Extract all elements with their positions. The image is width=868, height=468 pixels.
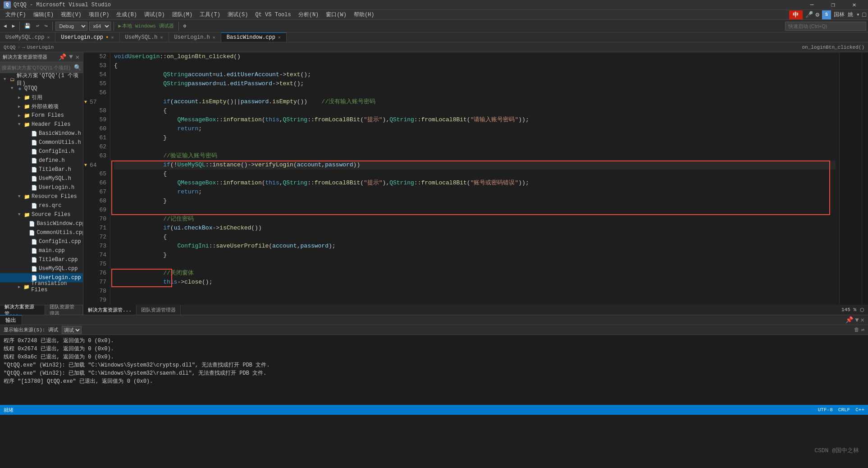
chevron-icon: ▼ [18, 194, 23, 199]
menu-window[interactable]: 窗口(W) [322, 10, 350, 19]
tree-usemysql-cpp[interactable]: 📄 UseMySQL.cpp [0, 264, 83, 273]
bottom-menu-icon[interactable]: ▼ [855, 317, 859, 324]
menu-view[interactable]: 视图(V) [57, 10, 85, 19]
output-tab[interactable]: 输出 [0, 315, 22, 325]
code-line-69 [114, 206, 836, 215]
zoom-adjust-icon[interactable]: ⬡ [860, 307, 864, 313]
line-68: 68 [83, 197, 110, 206]
line-52: 52 [83, 52, 110, 61]
run-button[interactable]: ▶ 本地 Windows 调试器 [117, 21, 176, 31]
tree-resource-files[interactable]: ▼ 📁 Resource Files [0, 192, 83, 201]
tree-commonutils-h[interactable]: 📄 CommonUtils.h [0, 138, 83, 147]
editor-area: 52 53 54 55 56 ▼ 57 58 59 60 61 62 63 ▼ … [83, 52, 868, 315]
toolbar-extra[interactable]: ⚙ [182, 21, 188, 31]
h-file-icon: 📄 [31, 175, 38, 182]
tree-titlebar-cpp[interactable]: 📄 TitleBar.cpp [0, 255, 83, 264]
bottom-pin-icon[interactable]: 📌 [845, 316, 853, 324]
toolbar-undo[interactable]: ↩ [34, 21, 41, 31]
code-line-61: } [114, 133, 836, 142]
toolbar-back[interactable]: ◀ [2, 21, 9, 31]
menu-tools[interactable]: 工具(T) [196, 10, 224, 19]
tree-label: ConfigIni.h [39, 148, 74, 155]
bottom-close-icon[interactable]: ✕ [861, 316, 864, 324]
tree-form-files[interactable]: ▶ 📁 Form Files [0, 111, 83, 120]
spacer [25, 221, 27, 226]
tree-usemysql-h[interactable]: 📄 UseMySQL.h [0, 174, 83, 183]
folder-icon: 📁 [23, 193, 31, 200]
tree-define-h[interactable]: 📄 define.h [0, 156, 83, 165]
tree-commonutils-cpp[interactable]: 📄 CommonUtils.cpp [0, 228, 83, 237]
tab-close-icon[interactable]: ✕ [111, 35, 114, 40]
restore-button[interactable]: ❐ [823, 0, 843, 10]
tab-userlogin-h[interactable]: UserLogin.h ✕ [169, 32, 221, 42]
menu-debug[interactable]: 调试(D) [141, 10, 169, 19]
title-bar-buttons: ─ ❐ ✕ [802, 0, 864, 10]
bst-team-manager[interactable]: 团队资源管理器 [137, 305, 181, 315]
tab-close-icon[interactable]: ✕ [160, 35, 163, 40]
tree-label: UseMySQL.h [39, 175, 71, 182]
maximize-icon[interactable]: □ [863, 11, 866, 18]
solution-search-input[interactable] [2, 65, 72, 70]
menu-team[interactable]: 团队(M) [169, 10, 196, 19]
panel-menu-icon[interactable]: ▼ [68, 53, 73, 61]
side-panel-title: 解决方案资源管理器 [3, 54, 47, 60]
tab-close-icon[interactable]: ✕ [278, 35, 281, 40]
tree-header-files[interactable]: ▼ 📁 Header Files [0, 120, 83, 129]
output-clear-icon[interactable]: 🗑 [854, 326, 859, 333]
bst-solution-manager[interactable]: 解决方案资源管... [83, 305, 137, 315]
output-actions: 🗑 ⇌ [854, 326, 864, 333]
quick-search-input[interactable] [785, 22, 866, 31]
tree-translation-files[interactable]: ▶ 📁 Translation Files [0, 282, 83, 291]
debug-config-select[interactable]: Debug Release [55, 22, 87, 31]
chevron-icon: ▶ [18, 104, 23, 109]
tree-source-files[interactable]: ▼ 📁 Source Files [0, 210, 83, 219]
cpp-file-icon: 📄 [31, 247, 38, 254]
menu-test[interactable]: 测试(S) [224, 10, 252, 19]
tab-usemysql-h[interactable]: UseMySQL.h ✕ [120, 32, 169, 42]
toolbar-forward[interactable]: ▶ [10, 21, 17, 31]
tab-usemysql-cpp[interactable]: UseMySQL.cpp ✕ [0, 32, 55, 42]
code-content[interactable]: void UserLogin::on_loginBtn_clicked() { … [110, 52, 839, 305]
pin-icon[interactable]: 📌 [58, 53, 67, 61]
panel-close-icon[interactable]: ✕ [75, 53, 80, 61]
code-line-62 [114, 142, 836, 151]
bottom-tab-actions: 📌 ▼ ✕ [845, 315, 868, 325]
tree-userlogin-h[interactable]: 📄 UserLogin.h [0, 183, 83, 192]
tree-basicwindow-h[interactable]: 📄 BasicWindow.h [0, 129, 83, 138]
tree-configini-h[interactable]: 📄 ConfigIni.h [0, 147, 83, 156]
vertical-scrollbar[interactable] [862, 52, 868, 305]
breadcrumb: QtQQ › → UserLogin [4, 45, 54, 50]
code-line-72: { [114, 233, 836, 242]
close-button[interactable]: ✕ [844, 0, 864, 10]
tree-external-deps[interactable]: ▶ 📁 外部依赖项 [0, 102, 83, 111]
tree-basicwindow-cpp[interactable]: 📄 BasicWindow.cpp [0, 219, 83, 228]
menu-analyze[interactable]: 分析(N) [295, 10, 323, 19]
line-60: 60 [83, 124, 110, 133]
tree-main-cpp[interactable]: 📄 main.cpp [0, 246, 83, 255]
platform-select[interactable]: x64 x86 [89, 22, 111, 31]
menu-file[interactable]: 文件(F) [2, 10, 30, 19]
tree-titlebar-h[interactable]: 📄 TitleBar.h [0, 165, 83, 174]
sbt-team[interactable]: 团队资源管理器 [45, 305, 83, 315]
minimize-button[interactable]: ─ [802, 0, 822, 10]
menu-edit[interactable]: 编辑(E) [30, 10, 58, 19]
toolbar-redo[interactable]: ↪ [43, 21, 50, 31]
sbt-solution[interactable]: 解决方案资源管... [0, 305, 45, 315]
menu-qtvs[interactable]: Qt VS Tools [251, 11, 294, 19]
menu-project[interactable]: 项目(P) [85, 10, 113, 19]
toolbar-save[interactable]: 💾 [23, 21, 32, 31]
editor-bottom-tabs: 解决方案资源管... 团队资源管理器 145 % ⬡ [83, 305, 868, 315]
tab-basicwindow-cpp[interactable]: BasicWindow.cpp ✕ [221, 32, 287, 42]
menu-help[interactable]: 帮助(H) [350, 10, 378, 19]
tree-configini-cpp[interactable]: 📄 ConfigIni.cpp [0, 237, 83, 246]
output-wrap-icon[interactable]: ⇌ [861, 326, 864, 333]
chevron-icon: ▼ [18, 212, 23, 217]
tab-close-icon[interactable]: ✕ [47, 35, 50, 40]
tree-res-qrc[interactable]: 📄 res.qrc [0, 201, 83, 210]
tab-close-icon[interactable]: ✕ [213, 35, 215, 40]
tree-solution[interactable]: ▼ 🗂 解决方案'QTQQ'(1 个项目) [0, 75, 83, 84]
menu-build[interactable]: 生成(B) [113, 10, 141, 19]
tab-userlogin-cpp[interactable]: UserLogin.cpp ● ✕ [55, 32, 119, 42]
output-source-select[interactable]: 调试 [62, 326, 82, 334]
tree-references[interactable]: ▶ 📁 引用 [0, 93, 83, 102]
